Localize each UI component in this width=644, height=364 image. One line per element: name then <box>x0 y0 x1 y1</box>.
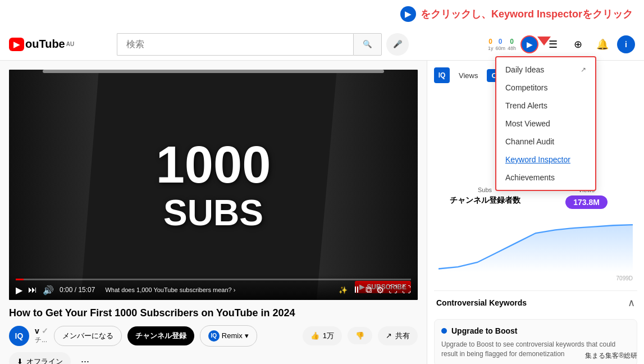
mic-button[interactable]: 🎤 <box>386 33 409 56</box>
search-button[interactable]: 🔍 <box>353 33 382 56</box>
section-toggle[interactable]: ∧ <box>628 297 635 309</box>
share-button[interactable]: ↗ 共有 <box>378 326 418 345</box>
external-link-icon: ↗ <box>581 66 586 74</box>
views-pill: 173.8M <box>565 195 608 209</box>
notification-icon: 🔔 <box>596 38 609 51</box>
vidiq-menu-icon: ▶ <box>527 40 533 49</box>
verified-icon: ✓ <box>42 326 48 335</box>
remix-chevron: ▾ <box>245 331 249 340</box>
upgrade-header: Upgrade to Boost <box>441 326 630 335</box>
menu-item-keyword-inspector[interactable]: Keyword Inspector <box>496 151 595 169</box>
header-right: 0 1y 0 60m 0 48h ▶ ☰ ⊕ 🔔 i <box>488 34 635 54</box>
video-meta-row: IQ v ✓ チ... メンバーになる チャンネル登録 IQ Remix ▾ 👍… <box>9 325 418 364</box>
like-button[interactable]: 👍 1万 <box>303 326 342 345</box>
tab-views[interactable]: Views <box>454 69 482 82</box>
menu-item-achievements[interactable]: Achievements <box>496 169 595 186</box>
yt-logo-au: AU <box>66 41 74 47</box>
menu-item-competitors-label: Competitors <box>505 83 547 92</box>
time-display: 0:00 / 15:07 <box>60 286 95 294</box>
thumbnail-text: 1000 SUBS <box>9 70 418 300</box>
menu-item-daily-ideas-label: Daily Ideas <box>505 65 544 74</box>
user-avatar[interactable]: i <box>617 35 635 53</box>
more-button[interactable]: ··· <box>76 353 94 364</box>
stat-label-1y: 1y <box>488 46 494 51</box>
chart-label: 7099D <box>439 275 633 281</box>
watermark: 集まる集客®総研 <box>585 351 637 361</box>
pause-button[interactable]: ⏸ <box>352 285 361 295</box>
next-button[interactable]: ⏭ <box>28 285 37 295</box>
mic-icon: 🎤 <box>393 40 403 48</box>
remix-button[interactable]: IQ Remix ▾ <box>200 325 257 347</box>
channel-info: v ✓ チ... <box>35 326 48 345</box>
download-button[interactable]: ⬇ オフライン <box>9 352 71 364</box>
share-icon: ↗ <box>386 331 392 340</box>
menu-item-most-viewed-label: Most Viewed <box>505 119 550 128</box>
menu-item-competitors[interactable]: Competitors <box>496 79 595 97</box>
duration: 15:07 <box>78 286 95 294</box>
menu-item-channel-audit[interactable]: Channel Audit <box>496 133 595 151</box>
chart-svg <box>439 220 633 272</box>
progress-fill <box>16 279 24 280</box>
annotation-bar: ▶ をクリックし、Keyword Inspectorをクリック <box>0 0 644 28</box>
dropdown-menu: Daily Ideas ↗ Competitors Trend Alerts M… <box>495 56 596 191</box>
chart-area: 7099D <box>434 216 637 286</box>
yt-logo-icon: ▶ <box>9 38 24 51</box>
menu-item-achievements-label: Achievements <box>505 173 555 182</box>
search-input[interactable] <box>117 33 353 56</box>
subscribe-button[interactable]: チャンネル登録 <box>127 326 194 345</box>
subtitle-button[interactable]: ⧉ <box>366 285 372 295</box>
menu-item-most-viewed[interactable]: Most Viewed <box>496 115 595 133</box>
mute-button[interactable]: 🔊 <box>43 285 54 295</box>
panel-iq-badge: IQ <box>434 67 450 83</box>
settings-button[interactable]: ⚙ <box>376 285 384 295</box>
menu-item-keyword-inspector-label: Keyword Inspector <box>505 155 570 164</box>
stat-value-48h: 0 <box>510 38 514 46</box>
red-arrow <box>537 37 551 46</box>
member-button[interactable]: メンバーになる <box>54 326 122 346</box>
right-controls: ✨ ⏸ ⧉ ⚙ ⛶ ⛶ <box>339 285 411 295</box>
upgrade-title: Upgrade to Boost <box>451 326 517 335</box>
stat-value-1y: 0 <box>488 38 492 46</box>
current-time: 0:00 <box>60 286 72 294</box>
vidiq-stat-60m: 0 60m <box>495 38 505 51</box>
video-title: How to Get Your First 1000 Subscribers o… <box>9 307 418 320</box>
channel-name[interactable]: v ✓ <box>35 326 48 335</box>
progress-bar[interactable] <box>16 279 411 280</box>
share-label: 共有 <box>395 331 410 341</box>
miniplayer-button[interactable]: ⛶ <box>389 285 398 295</box>
thumbs-down-icon: 👎 <box>355 331 364 340</box>
notification-button[interactable]: 🔔 <box>592 34 613 54</box>
subs-value: チャンネル登録者数 <box>439 195 531 206</box>
vidiq-stat-48h: 0 48h <box>508 38 516 51</box>
video-player[interactable]: 1000 SUBS ▶ SUBSCRIBE ▶ ⏭ 🔊 0:00 <box>9 70 418 300</box>
create-icon: ⊕ <box>574 38 582 51</box>
section-title: Controversial Keywords <box>436 298 527 307</box>
stat-value-60m: 0 <box>499 38 503 46</box>
menu-item-channel-audit-label: Channel Audit <box>505 137 554 146</box>
youtube-logo[interactable]: ▶ ouTube AU <box>9 38 74 51</box>
menu-item-daily-ideas[interactable]: Daily Ideas ↗ <box>496 61 595 79</box>
remix-label: Remix <box>222 331 243 340</box>
controls-row: ▶ ⏭ 🔊 0:00 / 15:07 What does 1,000 YouTu… <box>16 285 411 295</box>
channel-name-text: v <box>35 326 39 335</box>
annotation-label: をクリックし、Keyword Inspectorをクリック <box>421 7 633 21</box>
menu-item-trend-alerts[interactable]: Trend Alerts <box>496 97 595 115</box>
vidiq-menu-button[interactable]: ▶ <box>520 35 538 53</box>
video-controls[interactable]: ▶ ⏭ 🔊 0:00 / 15:07 What does 1,000 YouTu… <box>9 274 418 300</box>
like-count: 1万 <box>323 331 334 341</box>
iq-badge: IQ <box>208 330 220 342</box>
download-icon: ⬇ <box>17 357 23 364</box>
download-label: オフライン <box>26 357 63 364</box>
chapter-text: What does 1,000 YouTube subscribers mean… <box>105 286 235 293</box>
thumbs-up-icon: 👍 <box>310 331 319 340</box>
vidiq-icon: ▶ <box>400 6 416 22</box>
sparkle-button[interactable]: ✨ <box>339 286 348 294</box>
play-button[interactable]: ▶ <box>16 285 22 295</box>
create-button[interactable]: ⊕ <box>568 34 588 54</box>
section-header: Controversial Keywords ∧ <box>434 290 637 315</box>
dislike-button[interactable]: 👎 <box>348 327 372 344</box>
search-bar: 🔍 🎤 <box>117 33 409 56</box>
fullscreen-button[interactable]: ⛶ <box>402 285 411 295</box>
channel-avatar-small[interactable]: IQ <box>9 326 29 346</box>
stat-label-60m: 60m <box>495 46 505 51</box>
